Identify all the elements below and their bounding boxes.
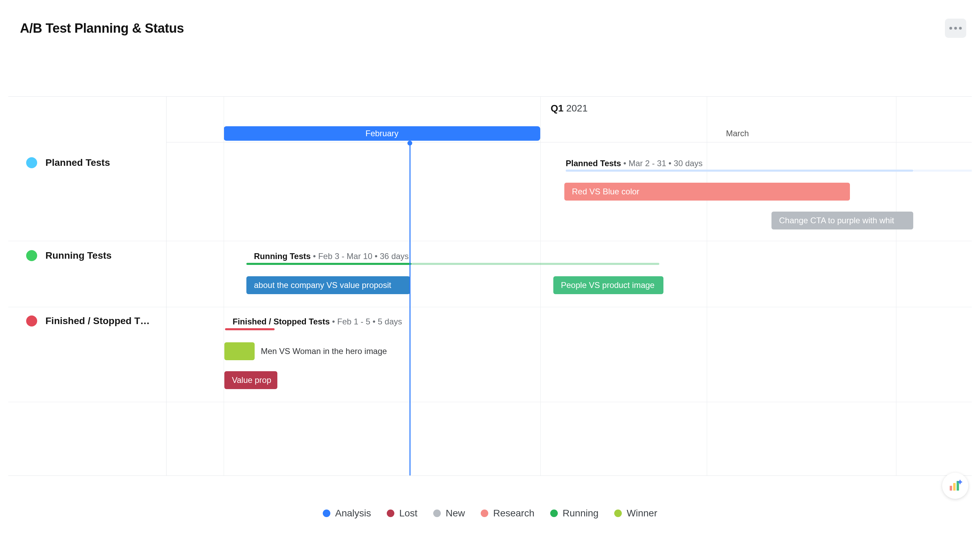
add-widget-fab[interactable] <box>942 473 968 499</box>
lane-sidebar-running[interactable]: Running Tests <box>8 241 166 307</box>
lane-sidebar-finished[interactable]: Finished / Stopped T… <box>8 307 166 402</box>
month-pill-current[interactable]: February <box>224 126 540 141</box>
legend-item[interactable]: Winner <box>614 508 657 519</box>
group-summary-planned[interactable]: Planned Tests • Mar 2 - 31 • 30 days <box>566 159 703 168</box>
lane-canvas-running <box>167 241 972 307</box>
task-bar[interactable]: People VS product image <box>553 276 663 294</box>
task-bar[interactable]: Red VS Blue color <box>564 183 850 200</box>
lane-label: Planned Tests <box>26 157 110 168</box>
task-bar[interactable]: Men VS Woman in the hero image <box>224 342 255 360</box>
legend-label: Winner <box>627 508 657 519</box>
timeline-month-header: FebruaryMarch <box>167 126 972 141</box>
task-bar[interactable]: Change CTA to purple with whit <box>772 212 913 229</box>
status-legend: AnalysisLostNewResearchRunningWinner <box>0 508 980 519</box>
lane-label: Finished / Stopped T… <box>26 315 150 326</box>
group-underline <box>225 328 275 330</box>
group-underline <box>566 170 913 172</box>
lane-title: Finished / Stopped T… <box>45 315 150 326</box>
timeline-quarter-label: Q1 2021 <box>167 103 972 114</box>
legend-item[interactable]: Research <box>481 508 535 519</box>
lane-color-dot <box>26 157 37 168</box>
lane-color-dot <box>26 315 37 326</box>
lane-title: Running Tests <box>45 250 111 261</box>
legend-item[interactable]: Analysis <box>323 508 371 519</box>
chart-plus-icon <box>948 479 962 493</box>
lane-sidebar-planned[interactable]: Planned Tests <box>8 148 166 241</box>
month-label[interactable]: March <box>557 126 917 141</box>
group-underline <box>247 263 412 265</box>
legend-color-dot <box>433 509 441 517</box>
legend-label: Research <box>493 508 535 519</box>
task-label: Men VS Woman in the hero image <box>261 347 387 356</box>
legend-color-dot <box>550 509 558 517</box>
today-line <box>409 142 410 476</box>
timeline-sidebar: Planned TestsRunning TestsFinished / Sto… <box>8 97 167 476</box>
legend-color-dot <box>323 509 330 517</box>
legend-color-dot <box>481 509 488 517</box>
svg-rect-0 <box>950 486 952 491</box>
lane-color-dot <box>26 250 37 261</box>
dots-icon <box>950 27 952 30</box>
legend-label: Running <box>563 508 598 519</box>
lane-label: Running Tests <box>26 250 111 261</box>
timeline-canvas[interactable]: Q1 2021 FebruaryMarch Planned Tests • Ma… <box>167 97 972 476</box>
task-bar[interactable]: Value prop <box>224 371 277 389</box>
legend-label: Lost <box>399 508 417 519</box>
legend-item[interactable]: New <box>433 508 465 519</box>
legend-color-dot <box>614 509 622 517</box>
legend-label: New <box>445 508 465 519</box>
more-menu-button[interactable] <box>945 19 966 38</box>
legend-label: Analysis <box>335 508 371 519</box>
legend-item[interactable]: Running <box>550 508 598 519</box>
svg-rect-1 <box>953 483 956 491</box>
timeline: Planned TestsRunning TestsFinished / Sto… <box>8 96 972 476</box>
page-title: A/B Test Planning & Status <box>20 21 184 36</box>
legend-item[interactable]: Lost <box>387 508 417 519</box>
legend-color-dot <box>387 509 395 517</box>
group-summary-finished[interactable]: Finished / Stopped Tests • Feb 1 - 5 • 5… <box>232 317 402 326</box>
group-summary-running[interactable]: Running Tests • Feb 3 - Mar 10 • 36 days <box>254 251 409 261</box>
lane-title: Planned Tests <box>45 157 110 168</box>
today-marker <box>407 141 412 146</box>
task-bar[interactable]: about the company VS value proposit <box>247 276 410 294</box>
